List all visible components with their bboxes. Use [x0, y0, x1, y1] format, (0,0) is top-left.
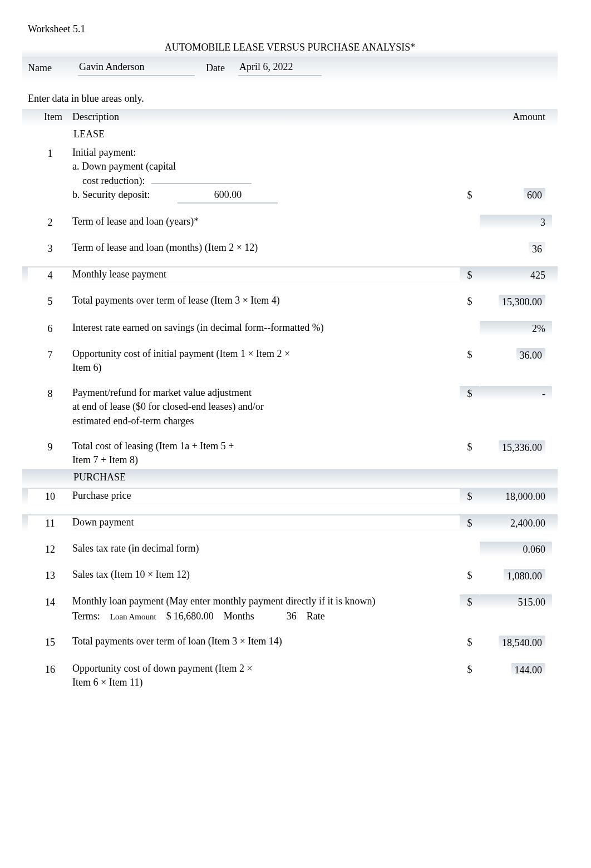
item-desc: Initial payment: a. Down payment (capita… [72, 146, 460, 204]
item-number: 14 [28, 594, 72, 609]
col-cur-header [460, 110, 480, 124]
item13-desc: Sales tax (Item 10 × Item 12) [72, 568, 460, 582]
item14-desc: Monthly loan payment (May enter monthly … [72, 594, 460, 623]
item16-desc: Opportunity cost of down payment (Item 2… [72, 662, 460, 690]
currency: $ [460, 594, 480, 609]
item2-desc: Term of lease and loan (years)* [72, 215, 460, 229]
currency: $ [460, 439, 480, 454]
item16-desc-line2: Item 6 × Item 11) [72, 676, 453, 690]
row-1: 1 Initial payment: a. Down payment (capi… [22, 145, 558, 205]
item4-amount[interactable]: 425 [530, 270, 545, 281]
item-number: 9 [28, 439, 72, 454]
col-desc-header: Description [72, 110, 460, 124]
item-number: 4 [28, 267, 72, 282]
item1a-label2: cost reduction): [72, 174, 145, 188]
row-16: 16 Opportunity cost of down payment (Ite… [22, 661, 558, 691]
item9-desc-line1: Total cost of leasing (Item 1a + Item 5 … [72, 439, 453, 453]
currency: $ [460, 187, 480, 204]
item12-amount[interactable]: 0.060 [523, 544, 546, 555]
row-4: 4 Monthly lease payment $ 425 [22, 266, 558, 284]
item11-amount[interactable]: 2,400.00 [510, 518, 545, 529]
item11-desc: Down payment [72, 515, 460, 529]
item14-amount[interactable]: 515.00 [518, 597, 546, 608]
col-item-header: Item [28, 110, 72, 124]
currency: $ [460, 386, 480, 400]
item-number: 2 [28, 215, 72, 230]
row-13: 13 Sales tax (Item 10 × Item 12) $ 1,080… [22, 567, 558, 584]
item10-desc: Purchase price [72, 489, 460, 503]
item9-desc-line2: Item 7 + Item 8) [72, 453, 453, 467]
item7-desc-line1: Opportunity cost of initial payment (Ite… [72, 347, 453, 361]
currency: $ [460, 267, 480, 282]
item1a-label: a. Down payment (capital [72, 160, 176, 173]
item7-desc-line2: Item 6) [72, 361, 453, 375]
item8-amount[interactable]: - [542, 388, 545, 399]
months-value: 36 [287, 609, 297, 623]
row-2: 2 Term of lease and loan (years)* 3 [22, 214, 558, 231]
item1a-input[interactable] [151, 174, 252, 184]
currency: $ [460, 662, 480, 677]
currency: $ [460, 489, 480, 504]
row-10: 10 Purchase price $ 18,000.00 [22, 488, 558, 505]
item12-desc: Sales tax rate (in decimal form) [72, 542, 460, 555]
row-7: 7 Opportunity cost of initial payment (I… [22, 346, 558, 376]
worksheet-title: AUTOMOBILE LEASE VERSUS PURCHASE ANALYSI… [22, 38, 558, 57]
item7-desc: Opportunity cost of initial payment (Ite… [72, 347, 460, 375]
row-8: 8 Payment/refund for market value adjust… [22, 385, 558, 429]
item6-desc: Interest rate earned on savings (in deci… [72, 321, 460, 335]
lease-section-label: LEASE [22, 126, 558, 145]
item-number: 3 [28, 241, 72, 256]
date-value[interactable]: April 6, 2022 [238, 60, 322, 76]
name-value[interactable]: Gavin Anderson [78, 60, 195, 76]
date-label: Date [206, 61, 225, 75]
currency: $ [460, 634, 480, 649]
worksheet-label: Worksheet 5.1 [22, 22, 558, 36]
item14-desc-line1: Monthly loan payment (May enter monthly … [72, 594, 453, 608]
item15-amount: 18,540.00 [499, 636, 545, 650]
item1-amount: 600 [524, 188, 545, 202]
item7-amount: 36.00 [516, 348, 546, 363]
name-label: Name [28, 61, 78, 75]
terms-label: Terms: [72, 609, 100, 623]
item5-amount: 15,300.00 [499, 295, 545, 309]
item-number: 5 [28, 294, 72, 309]
col-amount-header: Amount [480, 110, 552, 124]
loan-amount-value: 16,680.00 [174, 609, 214, 623]
item8-desc-line2: at end of lease ($0 for closed-end lease… [72, 400, 453, 414]
item-number: 7 [28, 347, 72, 362]
item1b-label: b. Security deposit: [72, 188, 150, 202]
table-header: Item Description Amount [22, 109, 558, 126]
currency: $ [460, 294, 480, 309]
rate-label: Rate [307, 609, 325, 623]
loan-amount-label: Loan Amount [110, 611, 156, 623]
item-number: 8 [28, 386, 72, 401]
row-11: 11 Down payment $ 2,400.00 [22, 514, 558, 532]
purchase-section-label: PURCHASE [22, 469, 558, 488]
item9-amount: 15,336.00 [499, 440, 545, 455]
item3-desc: Term of lease and loan (months) (Item 2 … [72, 241, 460, 255]
name-date-row: Name Gavin Anderson Date April 6, 2022 [22, 57, 558, 81]
currency: $ [460, 347, 480, 362]
item13-amount: 1,080.00 [504, 569, 545, 583]
item16-desc-line1: Opportunity cost of down payment (Item 2… [72, 662, 453, 676]
item-number: 11 [28, 515, 72, 530]
item16-amount: 144.00 [511, 663, 546, 677]
item-number: 1 [28, 146, 72, 161]
months-label: Months [224, 609, 254, 623]
item9-desc: Total cost of leasing (Item 1a + Item 5 … [72, 439, 460, 467]
item8-desc-line1: Payment/refund for market value adjustme… [72, 386, 453, 400]
item-number: 12 [28, 542, 72, 557]
item4-desc: Monthly lease payment [72, 267, 460, 281]
item10-amount[interactable]: 18,000.00 [505, 491, 545, 502]
row-6: 6 Interest rate earned on savings (in de… [22, 320, 558, 337]
item2-amount[interactable]: 3 [540, 217, 545, 228]
item1b-input[interactable]: 600.00 [178, 188, 278, 204]
row-15: 15 Total payments over term of loan (Ite… [22, 633, 558, 651]
item5-desc: Total payments over term of lease (Item … [72, 294, 460, 307]
item-number: 13 [28, 568, 72, 583]
instruction-text: Enter data in blue areas only. [22, 92, 558, 109]
row-12: 12 Sales tax rate (in decimal form) 0.06… [22, 540, 558, 558]
item-number: 6 [28, 321, 72, 336]
item-number: 16 [28, 662, 72, 677]
item6-amount[interactable]: 2% [532, 323, 545, 334]
